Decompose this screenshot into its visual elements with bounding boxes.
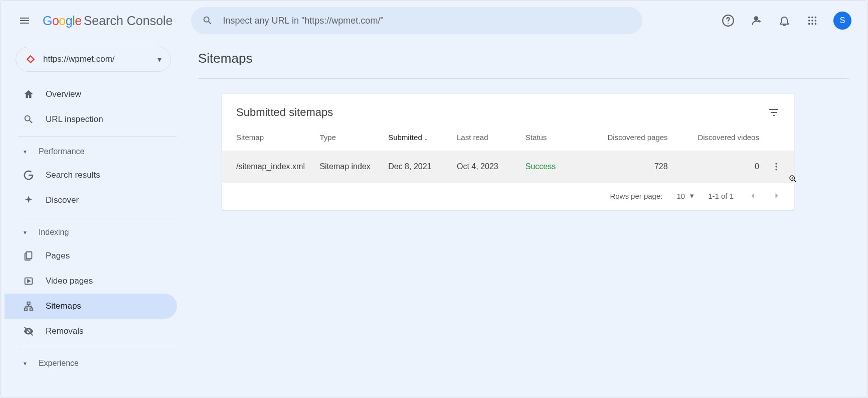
nav-label: Removals bbox=[46, 326, 84, 336]
table-pagination: Rows per page: 10 ▾ 1-1 of 1 bbox=[222, 183, 794, 210]
google-logo-text: Google bbox=[43, 14, 82, 28]
nav-removals[interactable]: Removals bbox=[5, 319, 177, 344]
nav-discover[interactable]: Discover bbox=[5, 188, 177, 213]
nav-sitemaps[interactable]: Sitemaps bbox=[5, 294, 177, 319]
col-last-read[interactable]: Last read bbox=[451, 123, 519, 151]
zoom-icon bbox=[789, 175, 798, 184]
page-range: 1-1 of 1 bbox=[708, 192, 734, 200]
property-url: https://wpmet.com/ bbox=[43, 54, 150, 64]
help-button[interactable] bbox=[721, 14, 735, 28]
group-label: Indexing bbox=[39, 228, 69, 237]
rows-per-page-value: 10 bbox=[676, 192, 685, 200]
g-icon bbox=[23, 170, 35, 181]
nav-overview[interactable]: Overview bbox=[5, 82, 177, 107]
apps-button[interactable] bbox=[805, 14, 819, 28]
product-name: Search Console bbox=[84, 14, 173, 28]
nav-group-performance[interactable]: ▼ Performance bbox=[5, 141, 177, 163]
help-icon bbox=[722, 14, 735, 27]
url-inspect-input[interactable] bbox=[222, 15, 631, 27]
cell-last-read: Oct 4, 2023 bbox=[451, 151, 519, 183]
rows-per-page-select[interactable]: 10 ▾ bbox=[676, 191, 694, 200]
svg-point-20 bbox=[775, 169, 777, 170]
card-title: Submitted sitemaps bbox=[236, 106, 333, 119]
url-inspect-search[interactable] bbox=[191, 7, 642, 34]
svg-point-5 bbox=[808, 20, 810, 22]
svg-point-2 bbox=[808, 17, 810, 19]
col-sitemap[interactable]: Sitemap bbox=[222, 123, 313, 151]
nav-label: Overview bbox=[46, 89, 81, 99]
cell-status: Success bbox=[519, 151, 588, 183]
group-label: Experience bbox=[39, 359, 79, 368]
user-settings-button[interactable] bbox=[749, 14, 763, 28]
filter-button[interactable] bbox=[768, 106, 780, 118]
svg-point-3 bbox=[811, 17, 813, 19]
nav-label: Discover bbox=[46, 195, 79, 205]
home-icon bbox=[23, 89, 35, 100]
removals-icon bbox=[23, 326, 35, 337]
sitemap-icon bbox=[23, 301, 35, 312]
svg-rect-16 bbox=[25, 308, 28, 311]
property-selector[interactable]: https://wpmet.com/ ▾ bbox=[16, 47, 171, 72]
svg-rect-13 bbox=[26, 252, 32, 259]
video-icon bbox=[23, 276, 35, 287]
header: Google Search Console S bbox=[5, 6, 863, 36]
hamburger-icon bbox=[19, 15, 31, 27]
col-discovered-videos[interactable]: Discovered videos bbox=[674, 123, 765, 151]
next-page-button[interactable] bbox=[772, 191, 782, 201]
filter-icon bbox=[768, 106, 780, 118]
svg-point-19 bbox=[775, 166, 777, 167]
property-favicon bbox=[25, 54, 36, 65]
divider bbox=[18, 136, 177, 137]
nav-group-indexing[interactable]: ▼ Indexing bbox=[5, 221, 177, 243]
rows-per-page-label: Rows per page: bbox=[610, 192, 662, 200]
nav-video-pages[interactable]: Video pages bbox=[5, 269, 177, 294]
nav-pages[interactable]: Pages bbox=[5, 243, 177, 269]
svg-point-7 bbox=[815, 20, 817, 22]
nav-label: Pages bbox=[46, 251, 70, 261]
brand: Google Search Console bbox=[43, 14, 173, 28]
menu-button[interactable] bbox=[13, 9, 37, 33]
svg-rect-15 bbox=[27, 302, 30, 305]
avatar-initial: S bbox=[840, 16, 845, 25]
chevron-down-icon: ▾ bbox=[157, 55, 161, 64]
svg-rect-17 bbox=[30, 308, 33, 311]
svg-point-4 bbox=[815, 17, 817, 19]
svg-point-6 bbox=[811, 20, 813, 22]
chevron-down-icon: ▾ bbox=[690, 191, 694, 200]
search-icon bbox=[202, 15, 213, 26]
nav-url-inspection[interactable]: URL inspection bbox=[5, 107, 177, 132]
divider bbox=[18, 217, 177, 217]
divider bbox=[18, 348, 177, 348]
prev-page-button[interactable] bbox=[748, 191, 758, 201]
svg-point-10 bbox=[815, 23, 817, 25]
search-icon bbox=[23, 114, 35, 125]
sitemaps-table: Sitemap Type Submitted↓ Last read Status… bbox=[222, 123, 794, 183]
nav-group-experience[interactable]: ▼ Experience bbox=[5, 352, 177, 374]
col-type[interactable]: Type bbox=[313, 123, 382, 151]
group-label: Performance bbox=[39, 147, 85, 156]
cell-discovered-pages: 728 bbox=[588, 151, 674, 183]
table-row[interactable]: /sitemap_index.xml Sitemap index Dec 8, … bbox=[222, 151, 794, 183]
person-gear-icon bbox=[750, 14, 763, 27]
nav-label: Sitemaps bbox=[46, 301, 81, 311]
account-avatar[interactable]: S bbox=[833, 12, 851, 30]
svg-point-9 bbox=[811, 23, 813, 25]
cell-type: Sitemap index bbox=[313, 151, 382, 183]
nav-label: URL inspection bbox=[46, 114, 103, 124]
nav-search-results[interactable]: Search results bbox=[5, 163, 177, 188]
svg-point-8 bbox=[808, 23, 810, 25]
nav-label: Search results bbox=[46, 170, 100, 180]
chevron-right-icon bbox=[772, 191, 782, 201]
col-submitted[interactable]: Submitted↓ bbox=[382, 123, 451, 151]
pages-icon bbox=[23, 250, 35, 261]
nav-label: Video pages bbox=[46, 276, 93, 286]
cell-discovered-videos: 0 bbox=[674, 151, 765, 183]
triangle-down-icon: ▼ bbox=[23, 361, 28, 366]
chevron-left-icon bbox=[748, 191, 758, 201]
notifications-button[interactable] bbox=[777, 14, 791, 28]
submitted-sitemaps-card: Submitted sitemaps Sitemap Type Submitte… bbox=[222, 94, 794, 210]
more-vert-icon bbox=[771, 162, 781, 172]
col-discovered-pages[interactable]: Discovered pages bbox=[588, 123, 674, 151]
col-status[interactable]: Status bbox=[519, 123, 588, 151]
cell-submitted: Dec 8, 2021 bbox=[382, 151, 451, 183]
